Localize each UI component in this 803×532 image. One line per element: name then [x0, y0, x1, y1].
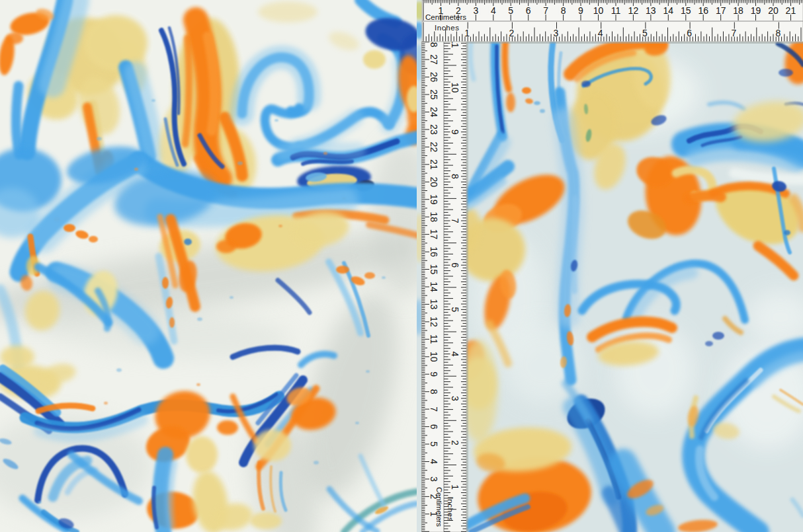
svg-text:25: 25: [429, 89, 439, 100]
svg-text:8: 8: [776, 28, 781, 38]
svg-text:18: 18: [429, 211, 439, 222]
svg-text:16: 16: [698, 5, 708, 16]
svg-text:11: 11: [611, 5, 621, 16]
svg-text:8: 8: [429, 389, 439, 395]
svg-text:21: 21: [786, 5, 796, 16]
svg-text:14: 14: [663, 5, 674, 16]
svg-text:6: 6: [526, 5, 531, 16]
svg-text:9: 9: [450, 130, 460, 135]
svg-text:18: 18: [733, 5, 743, 16]
svg-text:9: 9: [429, 371, 439, 377]
svg-text:10: 10: [450, 83, 460, 93]
svg-text:12: 12: [628, 5, 639, 16]
svg-text:2: 2: [450, 440, 460, 445]
svg-text:2: 2: [509, 28, 515, 38]
svg-text:7: 7: [450, 218, 460, 223]
svg-text:10: 10: [429, 352, 439, 362]
svg-text:23: 23: [429, 124, 439, 135]
svg-text:3: 3: [474, 5, 479, 16]
svg-text:5: 5: [450, 307, 460, 313]
svg-text:1: 1: [450, 484, 460, 490]
svg-text:26: 26: [429, 72, 439, 83]
svg-text:13: 13: [646, 5, 656, 16]
svg-text:8: 8: [561, 5, 566, 16]
svg-text:22: 22: [429, 142, 439, 153]
svg-text:12: 12: [429, 317, 439, 327]
svg-text:20: 20: [429, 177, 439, 188]
svg-text:3: 3: [450, 396, 460, 401]
svg-text:17: 17: [716, 5, 726, 16]
svg-text:7: 7: [731, 28, 736, 38]
svg-text:27: 27: [429, 54, 439, 65]
svg-text:21: 21: [429, 159, 439, 170]
svg-text:4: 4: [450, 352, 460, 357]
svg-text:3: 3: [554, 28, 559, 38]
svg-text:4: 4: [429, 459, 439, 465]
svg-text:13: 13: [429, 299, 439, 310]
svg-text:6: 6: [429, 424, 439, 430]
svg-text:6: 6: [450, 262, 460, 268]
svg-text:19: 19: [429, 194, 439, 205]
svg-text:5: 5: [642, 28, 648, 38]
svg-text:Centimeters: Centimeters: [435, 487, 443, 527]
svg-text:10: 10: [593, 5, 604, 16]
svg-text:5: 5: [508, 5, 513, 16]
svg-text:3: 3: [429, 476, 439, 482]
svg-text:14: 14: [429, 282, 439, 292]
svg-text:15: 15: [429, 264, 439, 275]
svg-text:15: 15: [681, 5, 691, 16]
svg-text:16: 16: [429, 247, 439, 257]
svg-text:5: 5: [429, 441, 439, 447]
svg-text:Centimeters: Centimeters: [425, 13, 466, 21]
svg-text:4: 4: [491, 5, 496, 16]
svg-text:4: 4: [598, 28, 603, 38]
svg-text:17: 17: [429, 229, 439, 240]
svg-text:11: 11: [429, 334, 439, 344]
svg-text:20: 20: [768, 5, 779, 16]
svg-text:9: 9: [578, 5, 583, 16]
svg-text:Inches: Inches: [435, 24, 459, 32]
svg-text:7: 7: [543, 5, 548, 16]
svg-text:6: 6: [687, 28, 692, 38]
svg-text:24: 24: [429, 107, 439, 118]
svg-text:1: 1: [464, 28, 470, 38]
svg-text:8: 8: [450, 174, 460, 179]
svg-text:7: 7: [429, 406, 439, 412]
svg-text:19: 19: [751, 5, 761, 16]
